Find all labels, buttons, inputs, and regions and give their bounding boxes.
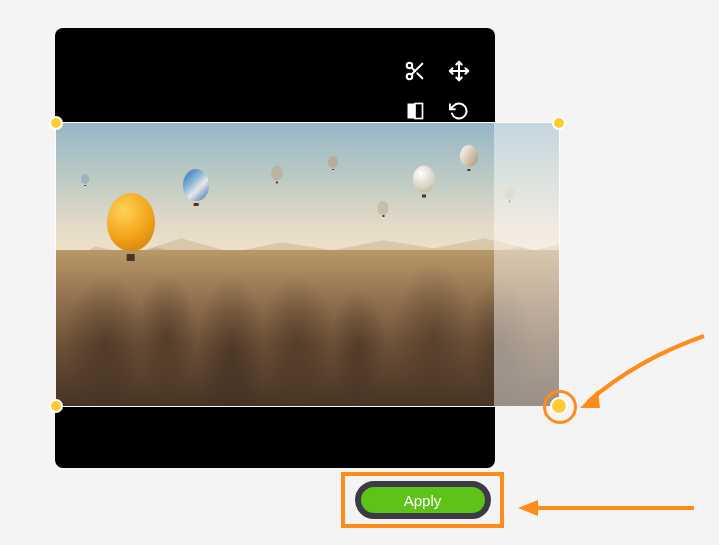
- preview-element: [328, 156, 338, 168]
- preview-element: [378, 201, 389, 215]
- annotation-apply-highlight: Apply: [341, 472, 504, 528]
- preview-element: [460, 145, 478, 167]
- move-tool-button[interactable]: [441, 56, 477, 86]
- crop-handle-bottom-left[interactable]: [49, 399, 63, 413]
- crop-handle-bottom-right[interactable]: [550, 397, 568, 415]
- editor-toolbar: [397, 56, 477, 126]
- svg-marker-11: [518, 500, 538, 516]
- scissors-icon: [404, 60, 426, 82]
- svg-line-3: [417, 73, 422, 78]
- preview-element: [81, 174, 89, 184]
- svg-marker-9: [580, 390, 600, 408]
- preview-element: [271, 166, 283, 181]
- apply-button[interactable]: Apply: [355, 481, 491, 519]
- svg-line-4: [411, 67, 415, 71]
- preview-element: [505, 187, 515, 200]
- apply-button-label: Apply: [404, 492, 442, 509]
- preview-terrain: [55, 250, 560, 407]
- svg-rect-7: [408, 104, 416, 119]
- preview-element: [183, 169, 209, 201]
- image-preview[interactable]: [55, 122, 560, 407]
- annotation-arrow-icon: [516, 498, 696, 522]
- crop-handle-top-left[interactable]: [49, 116, 63, 130]
- crop-tool-button[interactable]: [397, 56, 433, 86]
- svg-rect-8: [415, 104, 423, 119]
- crop-handle-top-right[interactable]: [552, 116, 566, 130]
- preview-element: [413, 166, 435, 193]
- contrast-icon: [405, 101, 425, 121]
- preview-element: [107, 193, 155, 251]
- move-icon: [448, 60, 470, 82]
- rotate-icon: [449, 101, 469, 121]
- annotation-arrow-icon: [576, 330, 706, 424]
